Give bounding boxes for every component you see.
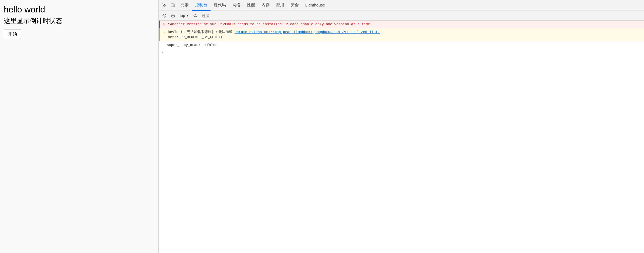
error-message: Another version of Vue Devtools seems to… xyxy=(170,22,642,27)
svg-rect-5 xyxy=(165,15,165,16)
warning-message: DevTools 无法加载来源映射：无法加载 chrome-extension:… xyxy=(168,29,642,40)
warning-text-before: DevTools 无法加载来源映射：无法加载 xyxy=(168,30,235,34)
svg-point-9 xyxy=(195,15,196,16)
svg-point-3 xyxy=(163,14,166,17)
eye-icon[interactable] xyxy=(192,12,199,19)
start-button[interactable]: 开始 xyxy=(4,29,21,39)
warning-icon: ⚠ xyxy=(161,30,166,35)
console-output-row: super_copy_cracked:false xyxy=(159,41,644,49)
chevron-down-icon: ▼ xyxy=(186,14,189,17)
console-output-text: super_copy_cracked:false xyxy=(167,42,642,48)
prompt-chevron: › xyxy=(161,50,163,54)
svg-rect-0 xyxy=(171,4,174,7)
page-title: hello world xyxy=(4,4,155,15)
pause-icon[interactable] xyxy=(161,12,168,19)
console-prompt-row: › xyxy=(159,49,644,55)
tab-performance[interactable]: 性能 xyxy=(244,0,258,11)
left-panel: hello world 这里显示倒计时状态 开始 xyxy=(0,0,159,253)
expand-arrow[interactable]: ▶ xyxy=(168,22,170,25)
device-icon[interactable] xyxy=(169,1,177,10)
svg-point-8 xyxy=(194,15,197,17)
devtools-tab-bar: 元素 控制台 源代码 网络 性能 内存 应用 安全 Lighthouse xyxy=(159,0,644,11)
tab-network[interactable]: 网络 xyxy=(229,0,244,11)
svg-rect-1 xyxy=(174,5,175,6)
tab-security[interactable]: 安全 xyxy=(287,0,302,11)
console-error-row: ⊗ ▶ Another version of Vue Devtools seem… xyxy=(159,21,644,28)
console-toolbar: top ▼ xyxy=(159,11,644,21)
tab-console[interactable]: 控制台 xyxy=(192,0,211,11)
countdown-status: 这里显示倒计时状态 xyxy=(4,16,155,25)
svg-rect-4 xyxy=(164,15,164,16)
tab-elements[interactable]: 元素 xyxy=(177,0,192,11)
devtools-panel: 元素 控制台 源代码 网络 性能 内存 应用 安全 Lighthouse xyxy=(159,0,644,253)
inspector-icon[interactable] xyxy=(160,1,169,10)
warning-link[interactable]: chrome-extension://mapjgeachilmcbbokkgcb… xyxy=(235,30,380,34)
console-filter-input[interactable] xyxy=(200,12,642,19)
console-content: ⊗ ▶ Another version of Vue Devtools seem… xyxy=(159,21,644,253)
tab-lighthouse[interactable]: Lighthouse xyxy=(302,0,328,11)
error-icon: ⊗ xyxy=(161,22,166,27)
console-warning-row: ⚠ DevTools 无法加载来源映射：无法加载 chrome-extensio… xyxy=(159,28,644,41)
tab-sources[interactable]: 源代码 xyxy=(211,0,229,11)
tab-application[interactable]: 应用 xyxy=(273,0,287,11)
warning-text-after: net::ERR_BLOCKED_BY_CLIENT xyxy=(168,35,223,39)
tab-memory[interactable]: 内存 xyxy=(258,0,273,11)
top-context-dropdown[interactable]: top ▼ xyxy=(178,13,191,19)
clear-console-icon[interactable] xyxy=(169,12,177,19)
